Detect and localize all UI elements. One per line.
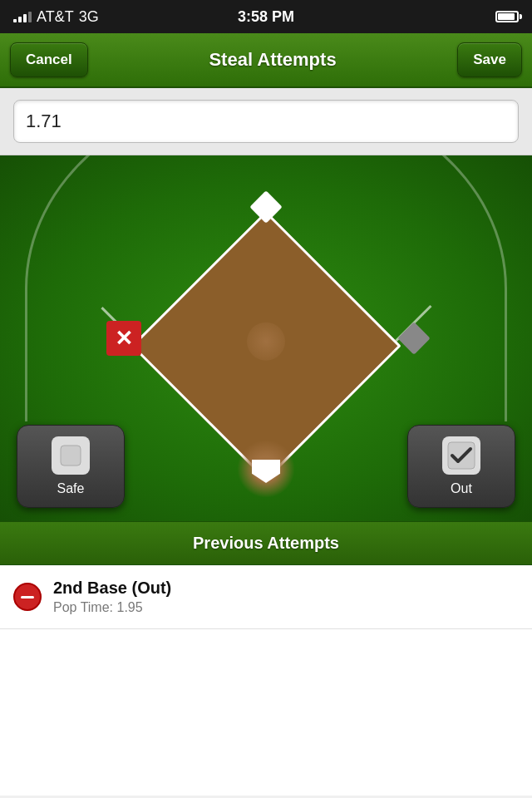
cancel-button[interactable]: Cancel <box>10 42 88 77</box>
bottom-space <box>0 629 532 796</box>
svg-rect-0 <box>61 446 81 466</box>
attempt-title: 2nd Base (Out) <box>53 579 519 598</box>
remove-icon[interactable] <box>13 583 42 611</box>
safe-icon <box>52 436 90 475</box>
status-right <box>495 11 519 22</box>
status-bar: AT&T 3G 3:58 PM <box>0 0 532 33</box>
previous-attempts-list: 2nd Base (Out) Pop Time: 1.95 <box>0 565 532 629</box>
network-label: 3G <box>79 8 99 26</box>
nav-bar: Cancel Steal Attempts Save <box>0 33 532 88</box>
save-button[interactable]: Save <box>457 42 522 77</box>
attempt-info: 2nd Base (Out) Pop Time: 1.95 <box>53 579 519 615</box>
previous-attempts-header: Previous Attempts <box>0 521 532 565</box>
remove-line <box>21 596 34 598</box>
battery-icon <box>495 11 519 22</box>
out-button[interactable]: Out <box>407 425 515 508</box>
safe-button[interactable]: Safe <box>17 425 125 508</box>
baseball-field: ✕ Safe Out <box>0 155 532 521</box>
safe-label: Safe <box>57 481 85 496</box>
remove-circle <box>13 583 42 611</box>
carrier-label: AT&T <box>37 8 74 26</box>
page-title: Steal Attempts <box>209 49 336 71</box>
pitcher-mound <box>247 323 285 361</box>
score-input[interactable] <box>13 100 519 143</box>
out-checkmark-svg <box>446 441 476 470</box>
signal-bars <box>13 12 32 22</box>
battery-fill <box>498 13 515 20</box>
out-x-icon: ✕ <box>115 326 133 352</box>
status-time: 3:58 PM <box>238 8 294 26</box>
third-base[interactable]: ✕ <box>106 321 141 356</box>
out-label: Out <box>451 481 472 496</box>
previous-attempts-title: Previous Attempts <box>193 534 339 552</box>
safe-icon-svg <box>57 442 84 469</box>
action-buttons: Safe Out <box>0 425 532 508</box>
out-icon <box>442 436 480 475</box>
previous-attempt-item: 2nd Base (Out) Pop Time: 1.95 <box>0 565 532 629</box>
attempt-subtitle: Pop Time: 1.95 <box>53 600 519 615</box>
score-input-container <box>0 88 532 155</box>
status-left: AT&T 3G <box>13 8 99 26</box>
